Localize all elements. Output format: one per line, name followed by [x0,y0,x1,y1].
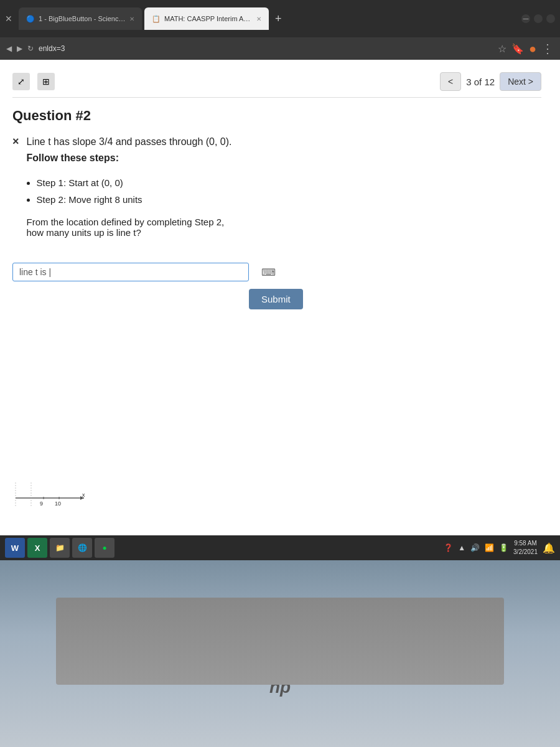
question-prompt: From the location defined by completing … [27,217,232,238]
browser-icons: ☆ 🔖 ● ⋮ [498,41,554,56]
forward-icon[interactable]: ▶ [17,44,22,53]
tray-icon-1: ❓ [444,543,453,552]
star-icon[interactable]: ☆ [498,43,506,55]
step-1: Step 1: Start at (0, 0) [37,174,232,191]
tab-2-close-icon[interactable]: ✕ [256,16,261,22]
tray-icon-3: 🔊 [470,543,480,552]
taskbar: W X 📁 🌐 ● ❓ ▲ 🔊 📶 🔋 9:58 AM 3/2/2021 🔔 [0,535,560,560]
clock: 9:58 AM 3/2/2021 [513,539,538,557]
main-content: ⤢ ⊞ < 3 of 12 Next > [0,60,560,560]
dismiss-icon[interactable]: × [12,135,19,250]
minimize-button[interactable]: — [521,14,530,23]
tab-1-label: 1 - BigBlueButton - Science (R... [39,15,126,22]
tab-1[interactable]: 🔵 1 - BigBlueButton - Science (R... ✕ [19,7,142,30]
input-label: line t is | [19,267,51,277]
tab-bar: 🔵 1 - BigBlueButton - Science (R... ✕ 📋 … [19,7,513,30]
close-tab-icon-left[interactable]: ✕ [5,14,12,24]
graph-svg: 9 10 x [12,473,87,510]
input-row: line t is | ⌨ [12,263,541,281]
question-content: Line t has slope 3/4 and passes through … [27,134,232,250]
tab-2-label: MATH: CAASPP Interim Assess... [164,15,253,22]
answer-input-wrapper: line t is | [12,263,249,281]
date: 3/2/2021 [513,548,538,557]
answer-input[interactable] [55,267,242,277]
tab-1-close-icon[interactable]: ✕ [129,16,134,22]
user-icon[interactable]: ● [529,42,536,56]
grid-icon[interactable]: ⊞ [37,73,55,90]
top-toolbar: ⤢ ⊞ < 3 of 12 Next > [12,72,541,98]
more-options-icon[interactable]: ⋮ [541,41,554,56]
browser-chrome: ✕ 🔵 1 - BigBlueButton - Science (R... ✕ … [0,0,560,37]
taskbar-app5[interactable]: ● [95,538,114,558]
step-2: Step 2: Move right 8 units [37,191,232,208]
taskbar-right: ❓ ▲ 🔊 📶 🔋 9:58 AM 3/2/2021 🔔 [444,539,555,557]
question-title: Question #2 [12,108,541,124]
question-body: × Line t has slope 3/4 and passes throug… [12,134,541,250]
laptop-body: hp [0,560,560,747]
keyboard-icon[interactable]: ⌨ [261,266,276,278]
question-intro: Line t has slope 3/4 and passes through … [27,134,232,150]
taskbar-excel[interactable]: X [27,538,47,558]
steps-list: Step 1: Start at (0, 0) Step 2: Move rig… [37,174,232,208]
maximize-button[interactable]: □ [534,14,543,23]
tab-1-favicon: 🔵 [26,15,35,23]
question-container: ⤢ ⊞ < 3 of 12 Next > [0,60,560,560]
tab-2-favicon: 📋 [152,15,161,23]
taskbar-files[interactable]: 📁 [50,538,70,558]
address-bar[interactable]: enldx=3 [39,44,493,53]
svg-text:x: x [82,492,85,498]
submit-button[interactable]: Submit [249,289,303,309]
back-icon[interactable]: ◀ [6,44,12,53]
prev-button[interactable]: < [440,72,461,91]
refresh-icon[interactable]: ↻ [27,44,34,53]
question-counter: 3 of 12 [466,77,495,87]
taskbar-word[interactable]: W [5,538,25,558]
graph-area: 9 10 x [12,473,87,510]
follow-steps-label: Follow these steps: [27,150,232,166]
bookmark-icon[interactable]: 🔖 [511,43,524,55]
address-bar-row: ◀ ▶ ↻ enldx=3 ☆ 🔖 ● ⋮ [0,37,560,60]
tray-icon-2: ▲ [458,543,465,552]
notifications-icon[interactable]: 🔔 [543,542,555,554]
submit-area: Submit [249,289,541,309]
tray-icon-4: 📶 [485,543,494,552]
resize-icon[interactable]: ⤢ [12,73,30,90]
toolbar-right: < 3 of 12 Next > [440,72,541,91]
svg-text:9: 9 [40,500,43,507]
toolbar-left: ⤢ ⊞ [12,73,55,90]
tab-2[interactable]: 📋 MATH: CAASPP Interim Assess... ✕ [144,7,269,30]
close-window-button[interactable]: ✕ [546,14,555,23]
svg-text:10: 10 [55,500,61,507]
tray-icon-5: 🔋 [499,543,508,552]
taskbar-browser[interactable]: 🌐 [72,538,92,558]
keyboard [56,598,504,685]
add-tab-button[interactable]: + [271,12,286,26]
time: 9:58 AM [513,539,538,548]
window-controls: — □ ✕ [521,14,555,23]
next-button[interactable]: Next > [500,72,541,91]
